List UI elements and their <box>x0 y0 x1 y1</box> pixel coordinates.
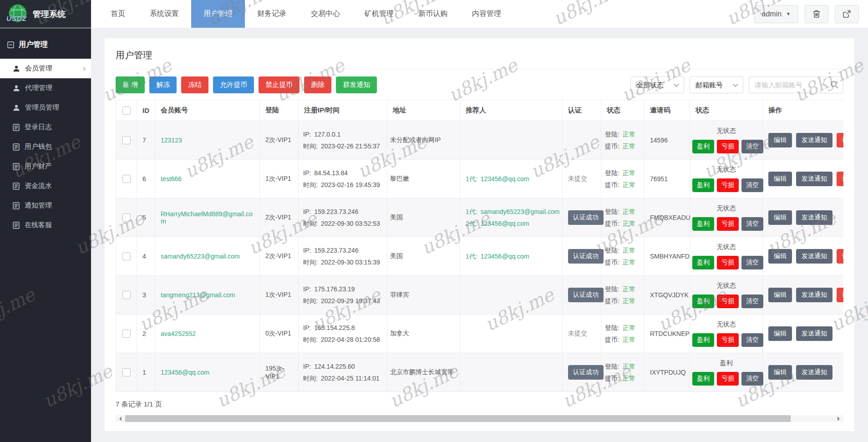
profit-button[interactable]: 盈利 <box>692 178 714 192</box>
clear-button[interactable]: 清空 <box>741 372 763 386</box>
loss-button[interactable]: 亏损 <box>717 295 739 308</box>
set-agent-button[interactable]: 设为代理 <box>837 249 843 264</box>
loss-button[interactable]: 亏损 <box>717 217 739 231</box>
toolbar-button[interactable]: 禁止提币 <box>259 76 299 93</box>
row-checkbox[interactable] <box>122 213 131 222</box>
referrer-account: 123456@qq.com <box>481 220 529 227</box>
profit-button[interactable]: 盈利 <box>692 372 714 386</box>
account-link[interactable]: ava4252552 <box>161 330 196 337</box>
sidebar-item[interactable]: 用户财产 <box>0 157 91 176</box>
cell-auth: 认证成功 <box>563 198 601 237</box>
set-agent-button[interactable]: 设为代理 <box>837 172 843 186</box>
row-checkbox[interactable] <box>122 368 131 376</box>
nav-tab[interactable]: 交易中心 <box>299 0 352 28</box>
nav-tab[interactable]: 内容管理 <box>460 0 513 28</box>
scroll-right-arrow[interactable] <box>838 417 842 421</box>
account-link[interactable]: test666 <box>161 175 182 183</box>
sidebar-section-header[interactable]: 用户管理 <box>0 28 91 59</box>
loss-button[interactable]: 亏损 <box>717 178 739 192</box>
row-checkbox[interactable] <box>122 252 131 260</box>
cell-invite-code: IXYTPDUJQ <box>645 353 690 392</box>
toolbar-button[interactable]: 解冻 <box>149 76 177 93</box>
edit-button[interactable]: 编辑 <box>768 210 792 225</box>
row-checkbox[interactable] <box>122 136 131 144</box>
clear-button[interactable]: 清空 <box>741 295 763 308</box>
toolbar-button[interactable]: 群发通知 <box>336 76 377 93</box>
trash-button[interactable] <box>805 5 828 23</box>
edit-button[interactable]: 编辑 <box>768 249 792 264</box>
send-notify-button[interactable]: 发送通知 <box>796 288 832 302</box>
send-notify-button[interactable]: 发送通知 <box>796 249 832 264</box>
row-checkbox[interactable] <box>122 291 131 299</box>
loss-button[interactable]: 亏损 <box>717 140 739 153</box>
toolbar-buttons: 新 增解冻冻结允许提币禁止提币删除群发通知 <box>116 76 381 93</box>
clear-button[interactable]: 清空 <box>741 140 763 153</box>
ip-label: IP: <box>303 363 311 370</box>
edit-button[interactable]: 编辑 <box>768 326 792 341</box>
sidebar-item[interactable]: 代理管理 <box>0 78 91 98</box>
account-link[interactable]: 123123 <box>161 137 182 144</box>
toolbar-button[interactable]: 新 增 <box>116 76 145 93</box>
table-row: 71231232次-VIP1IP:127.0.0.1时间:2023-02-26 … <box>116 121 844 160</box>
scroll-left-arrow[interactable] <box>117 417 122 421</box>
set-agent-button[interactable]: 设为代理 <box>837 133 843 147</box>
sidebar-item[interactable]: 管理员管理 <box>0 98 91 117</box>
clear-button[interactable]: 清空 <box>741 333 763 347</box>
clear-button[interactable]: 清空 <box>741 178 763 192</box>
search-input[interactable] <box>749 76 843 93</box>
send-notify-button[interactable]: 发送通知 <box>796 326 832 341</box>
sidebar-item[interactable]: 会员管理› <box>0 59 91 78</box>
nav-tab[interactable]: 首页 <box>98 0 137 28</box>
account-link[interactable]: tangmeng213@gmail.com <box>161 291 235 299</box>
edit-button[interactable]: 编辑 <box>768 365 792 380</box>
set-agent-button[interactable]: 设为代理 <box>837 288 843 302</box>
edit-button[interactable]: 编辑 <box>768 133 792 147</box>
profit-button[interactable]: 盈利 <box>692 295 714 308</box>
sidebar-item-label: 用户财产 <box>25 162 52 171</box>
login-status-label: 登陆: <box>605 247 619 254</box>
loss-button[interactable]: 亏损 <box>717 372 739 386</box>
clear-button[interactable]: 清空 <box>741 217 763 231</box>
toolbar-button[interactable]: 删除 <box>304 76 331 93</box>
nav-tab[interactable]: 财务记录 <box>245 0 299 28</box>
profit-button[interactable]: 盈利 <box>692 333 714 347</box>
send-notify-button[interactable]: 发送通知 <box>796 210 832 225</box>
nav-tab[interactable]: 矿机管理 <box>352 0 406 28</box>
table-row: 3tangmeng213@gmail.com1次-VIP1IP:175.176.… <box>116 276 844 315</box>
profit-button[interactable]: 盈利 <box>692 140 714 153</box>
profit-button[interactable]: 盈利 <box>692 256 714 269</box>
sidebar-item[interactable]: 用户钱包 <box>0 137 91 157</box>
admin-dropdown[interactable]: admin ▼ <box>754 5 798 23</box>
loss-button[interactable]: 亏损 <box>717 333 739 347</box>
status-select[interactable]: 全部状态 <box>630 76 684 93</box>
logout-button[interactable] <box>835 5 859 23</box>
scrollbar-thumb[interactable] <box>125 415 791 422</box>
sidebar-item[interactable]: 通知管理 <box>0 196 91 215</box>
row-checkbox[interactable] <box>122 330 131 338</box>
sidebar-item-label: 会员管理 <box>25 64 52 73</box>
toolbar-button[interactable]: 允许提币 <box>213 76 254 93</box>
sidebar-item[interactable]: 在线客服 <box>0 215 91 235</box>
field-select[interactable]: 邮箱账号 <box>690 76 743 93</box>
time-label: 时间: <box>303 375 318 382</box>
send-notify-button[interactable]: 发送通知 <box>796 133 832 147</box>
account-link[interactable]: samandy65223@gmail.com <box>161 253 240 260</box>
edit-button[interactable]: 编辑 <box>768 288 792 302</box>
nav-tab[interactable]: 系统设置 <box>137 0 191 28</box>
select-all-checkbox[interactable] <box>122 107 131 115</box>
nav-tab[interactable]: 新币认购 <box>406 0 460 28</box>
row-checkbox[interactable] <box>122 175 131 183</box>
toolbar-button[interactable]: 冻结 <box>181 76 208 93</box>
sidebar-item[interactable]: 资金流水 <box>0 176 91 196</box>
account-link[interactable]: RHarryMichaelMd889@gmail.com <box>161 210 253 225</box>
clear-button[interactable]: 清空 <box>741 256 763 269</box>
send-notify-button[interactable]: 发送通知 <box>796 172 832 186</box>
sidebar-item[interactable]: 登录日志 <box>0 117 91 137</box>
loss-button[interactable]: 亏损 <box>717 256 739 269</box>
ip-label: IP: <box>303 208 311 215</box>
account-link[interactable]: 123456@qq.com <box>161 369 209 376</box>
send-notify-button[interactable]: 发送通知 <box>796 365 832 380</box>
edit-button[interactable]: 编辑 <box>768 172 792 186</box>
profit-button[interactable]: 盈利 <box>692 217 714 231</box>
nav-tab[interactable]: 用户管理 <box>191 0 245 28</box>
